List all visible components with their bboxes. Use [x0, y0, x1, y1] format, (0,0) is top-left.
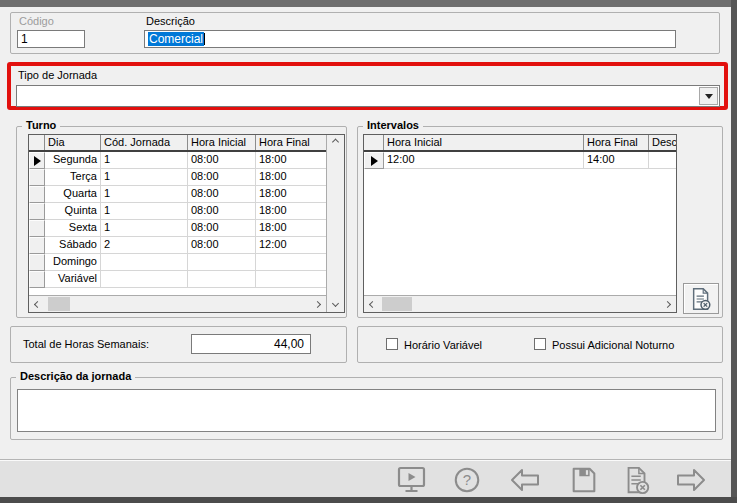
col-dia[interactable]: Dia — [45, 135, 101, 150]
scroll-track[interactable] — [46, 296, 309, 312]
scroll-thumb[interactable] — [48, 297, 70, 311]
annotation-highlight-box: Tipo de Jornada — [7, 62, 728, 110]
table-row[interactable]: Sexta 1 08:00 18:00 — [29, 220, 326, 237]
scroll-down-icon[interactable] — [327, 295, 344, 312]
monitor-play-button[interactable] — [395, 464, 429, 496]
cell-desc — [649, 152, 676, 169]
save-icon — [569, 465, 599, 495]
cell-cod — [101, 271, 188, 288]
horario-variavel-checkbox[interactable] — [386, 338, 398, 350]
cell-dia: Sexta — [45, 220, 101, 237]
col-cod-jornada[interactable]: Cód. Jornada — [101, 135, 188, 150]
total-input[interactable]: 44,00 — [191, 334, 311, 354]
cell-cod: 2 — [101, 237, 188, 254]
cell-cod: 1 — [101, 152, 188, 169]
cell-dia: Sábado — [45, 237, 101, 254]
cell-inicial: 08:00 — [188, 237, 256, 254]
table-row[interactable]: Segunda 1 08:00 18:00 — [29, 152, 326, 169]
row-indicator — [29, 271, 45, 288]
save-button[interactable] — [567, 464, 601, 496]
descricao-jornada-memo[interactable] — [17, 389, 716, 432]
tipo-jornada-combobox[interactable] — [16, 85, 720, 107]
codigo-label: Código — [19, 15, 54, 27]
cell-dia: Domingo — [45, 254, 101, 271]
cell-inicial: 08:00 — [188, 220, 256, 237]
combobox-dropdown-button[interactable] — [699, 87, 718, 105]
delete-record-button[interactable] — [620, 464, 654, 496]
delete-interval-button[interactable] — [683, 283, 719, 314]
previous-record-button[interactable] — [508, 464, 542, 496]
current-row-indicator — [29, 152, 45, 169]
cell-final: 18:00 — [256, 186, 326, 203]
cell-cod: 1 — [101, 203, 188, 220]
cell-inicial — [188, 271, 256, 288]
table-row[interactable]: 12:00 14:00 — [364, 152, 676, 169]
scroll-right-icon[interactable] — [659, 296, 676, 312]
jornada-form-window: Código 1 Descrição Comercial Tipo de Jor… — [0, 0, 737, 503]
table-row[interactable]: Domingo — [29, 254, 326, 271]
cell-inicial: 08:00 — [188, 152, 256, 169]
header-groupbox: Código 1 Descrição Comercial — [10, 12, 720, 54]
current-row-marker-icon — [34, 156, 41, 166]
scroll-up-icon[interactable] — [327, 135, 344, 152]
combobox-value — [17, 86, 719, 90]
table-row[interactable]: Quarta 1 08:00 18:00 — [29, 186, 326, 203]
svg-text:?: ? — [463, 471, 471, 488]
scroll-right-icon[interactable] — [309, 296, 326, 312]
turno-title: Turno — [22, 119, 60, 131]
cell-dia: Quarta — [45, 186, 101, 203]
window-frame-top — [0, 0, 737, 7]
window-frame-bottom — [0, 497, 737, 503]
scroll-track[interactable] — [381, 296, 659, 312]
scroll-thumb[interactable] — [382, 297, 412, 311]
flags-groupbox: Horário Variável Possui Adicional Noturn… — [357, 326, 723, 363]
scroll-left-icon[interactable] — [364, 296, 381, 312]
help-icon: ? — [452, 465, 482, 495]
adicional-noturno-label[interactable]: Possui Adicional Noturno — [552, 339, 674, 351]
cell-final: 14:00 — [584, 152, 649, 169]
total-groupbox: Total de Horas Semanais: 44,00 — [10, 326, 347, 363]
intervalos-horizontal-scrollbar[interactable] — [364, 295, 676, 312]
col-hora-inicial[interactable]: Hora Inicial — [188, 135, 256, 150]
horario-variavel-label[interactable]: Horário Variável — [404, 339, 482, 351]
cell-final: 12:00 — [256, 237, 326, 254]
scroll-left-icon[interactable] — [29, 296, 46, 312]
arrow-left-icon — [509, 464, 541, 496]
col-desc[interactable]: Desc — [649, 135, 676, 150]
current-row-marker-icon — [371, 156, 378, 166]
cell-cod: 1 — [101, 186, 188, 203]
intervalos-title: Intervalos — [363, 119, 423, 131]
turno-horizontal-scrollbar[interactable] — [29, 295, 326, 312]
adicional-noturno-checkbox[interactable] — [534, 338, 546, 350]
col-hora-final[interactable]: Hora Final — [256, 135, 326, 150]
table-row[interactable]: Sábado 2 08:00 12:00 — [29, 237, 326, 254]
grid-empty-area — [29, 288, 326, 295]
cell-final — [256, 271, 326, 288]
cell-inicial: 12:00 — [384, 152, 584, 169]
table-row[interactable]: Quinta 1 08:00 18:00 — [29, 203, 326, 220]
cell-final: 18:00 — [256, 152, 326, 169]
help-button[interactable]: ? — [450, 464, 484, 496]
next-record-button[interactable] — [674, 464, 708, 496]
row-indicator — [29, 169, 45, 186]
cell-final: 18:00 — [256, 220, 326, 237]
cell-inicial — [188, 254, 256, 271]
col-hora-final[interactable]: Hora Final — [584, 135, 649, 150]
table-row[interactable]: Variável — [29, 271, 326, 288]
row-indicator — [29, 254, 45, 271]
document-delete-icon — [622, 465, 652, 495]
total-label: Total de Horas Semanais: — [23, 338, 149, 350]
cell-final: 18:00 — [256, 169, 326, 186]
turno-vertical-scrollbar[interactable] — [326, 135, 344, 312]
cell-dia: Terça — [45, 169, 101, 186]
descricao-input[interactable]: Comercial — [144, 30, 676, 48]
col-hora-inicial[interactable]: Hora Inicial — [384, 135, 584, 150]
codigo-input[interactable]: 1 — [17, 30, 85, 48]
cell-final — [256, 254, 326, 271]
table-row[interactable]: Terça 1 08:00 18:00 — [29, 169, 326, 186]
intervalos-grid-header: Hora Inicial Hora Final Desc — [364, 135, 676, 152]
cell-inicial: 08:00 — [188, 186, 256, 203]
chevron-down-icon — [705, 94, 713, 99]
cell-dia: Variável — [45, 271, 101, 288]
row-indicator — [29, 237, 45, 254]
